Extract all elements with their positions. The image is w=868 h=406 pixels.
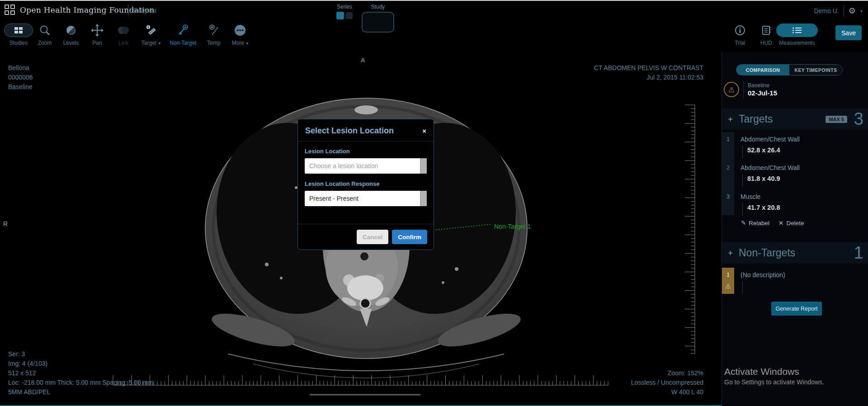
more-dots-icon	[234, 24, 246, 37]
gear-icon[interactable]: ⚙	[849, 7, 856, 15]
study-datetime: Jul 2, 2015 11:02:53	[594, 73, 703, 82]
target-row-3[interactable]: 3 Muscle 41.7 x 20.8	[722, 189, 868, 215]
lesion-response-label: Lesion Location Response	[305, 180, 427, 187]
divider	[743, 80, 744, 99]
navbar-divider	[128, 5, 128, 16]
patient-name: Bellona	[8, 63, 33, 73]
delete-button[interactable]: ✕ Delete	[778, 219, 804, 227]
app-window: Open Health Imaging Foundation Study lis…	[0, 0, 868, 406]
targets-count: 3	[851, 109, 863, 129]
study-label: Study	[362, 4, 394, 10]
activate-windows-watermark: Activate Windows Go to Settings to activ…	[724, 366, 824, 386]
series-thumbnail-active[interactable]	[336, 12, 344, 19]
tool-more[interactable]: More▾	[227, 22, 253, 46]
temp-dotted-icon	[208, 24, 220, 37]
timepoint-tabs: COMPARISON KEY TIMEPOINTS	[736, 64, 843, 76]
warning-icon: ⚠	[722, 283, 734, 290]
select-scrollbar[interactable]	[420, 158, 427, 174]
tool-levels[interactable]: Levels	[58, 22, 84, 46]
patient-id: 0000006	[8, 73, 33, 82]
relabel-button[interactable]: ✎ Relabel	[741, 219, 769, 227]
studies-active-pill	[4, 24, 33, 37]
measurements-active-pill	[776, 24, 818, 37]
study-info-overlay: CT ABDOMEN PELVIS W CONTRAST Jul 2, 2015…	[594, 63, 703, 82]
study-thumbnail[interactable]	[362, 12, 394, 33]
warning-icon: ⚠	[728, 85, 735, 94]
non-target-row-1[interactable]: 1 ⚠ (No description)	[722, 268, 868, 294]
tool-non-target[interactable]: Non-Target	[165, 22, 201, 46]
tab-comparison[interactable]: COMPARISON	[736, 65, 789, 75]
grid-icon	[14, 26, 23, 34]
measurements-sidebar: COMPARISON KEY TIMEPOINTS ⚠ Baseline 02-…	[722, 52, 868, 406]
timepoint-label: Baseline	[8, 82, 33, 92]
list-icon	[792, 27, 802, 34]
orientation-marker-anterior: A	[361, 57, 365, 64]
lesion-location-label: Lesion Location	[305, 148, 427, 155]
series-info-overlay: Ser: 3 Img: 4 (4/103) 512 x 512 Loc: -21…	[8, 349, 153, 397]
tool-temp[interactable]: Temp	[201, 22, 227, 46]
target-row-1[interactable]: 1 Abdomen/Chest Wall 52.8 x 26.4	[722, 132, 868, 161]
tool-link[interactable]: Link	[110, 22, 137, 46]
delete-x-icon: ✕	[778, 219, 783, 227]
tool-measurements[interactable]: Measurements	[779, 22, 815, 46]
tool-target[interactable]: Target▾	[137, 22, 165, 46]
save-button[interactable]: Save	[835, 25, 862, 40]
add-target-button[interactable]: +	[728, 114, 739, 124]
study-thumbnail-group: Study	[362, 4, 394, 33]
lesion-location-placeholder: Choose a lesion location	[309, 162, 378, 170]
display-info-overlay: Zoom: 152% Lossless / Uncompressed W 400…	[631, 368, 703, 397]
select-scrollbar[interactable]	[420, 191, 427, 206]
targets-title: Targets	[739, 113, 773, 125]
confirm-button[interactable]: Confirm	[392, 230, 427, 244]
tool-pan[interactable]: Pan	[84, 22, 110, 46]
window-top-edge	[0, 0, 868, 1]
zoom-level: Zoom: 152%	[631, 368, 703, 378]
tool-trial[interactable]: Trial	[727, 22, 753, 46]
target-actions-row: ✎ Relabel ✕ Delete	[734, 216, 868, 230]
target-ruler-icon	[145, 24, 157, 37]
ohif-logo-icon	[5, 5, 15, 15]
user-name[interactable]: Demo U.	[814, 7, 839, 14]
series-thumbnail-group: Series	[336, 4, 353, 19]
link-icon	[117, 25, 130, 35]
lesion-response-value: Present - Present	[309, 195, 359, 202]
cancel-button[interactable]: Cancel	[357, 230, 388, 244]
non-target-annotation-label[interactable]: Non-Target 1	[494, 223, 531, 230]
toolbar: Studies Zoom Levels Pan	[0, 20, 868, 52]
patient-info-overlay: Bellona 0000006 Baseline	[8, 63, 33, 92]
max-targets-badge: MAX 5	[826, 116, 847, 123]
top-navbar: Open Health Imaging Foundation Study lis…	[0, 1, 868, 20]
lesion-response-select[interactable]: Present - Present	[305, 191, 427, 206]
info-icon	[734, 24, 746, 36]
series-label: Series	[336, 4, 353, 10]
chevron-down-icon[interactable]: ▾	[860, 9, 863, 14]
targets-section-header: + Targets MAX 5 3	[722, 109, 868, 130]
tab-key-timepoints[interactable]: KEY TIMEPOINTS	[789, 65, 842, 75]
pan-arrows-icon	[91, 24, 104, 37]
orientation-marker-right: R	[3, 220, 8, 227]
non-targets-section-header: + Non-Targets 1	[722, 242, 868, 264]
study-list-link[interactable]: Study list	[132, 7, 156, 14]
chevron-down-icon: ▾	[246, 41, 248, 46]
tool-hud[interactable]: HUD	[753, 22, 779, 46]
pencil-icon: ✎	[741, 219, 746, 227]
modal-title: Select Lesion Location	[305, 126, 394, 136]
tool-zoom[interactable]: Zoom	[32, 22, 58, 46]
non-targets-title: Non-Targets	[739, 247, 795, 259]
series-thumbnail-inactive[interactable]	[346, 12, 353, 19]
add-non-target-button[interactable]: +	[728, 248, 739, 258]
tool-studies[interactable]: Studies	[5, 22, 32, 46]
lesion-location-select[interactable]: Choose a lesion location	[305, 158, 427, 174]
non-targets-count: 1	[851, 243, 863, 263]
generate-report-button[interactable]: Generate Report	[771, 302, 822, 316]
chevron-down-icon: ▾	[158, 41, 160, 46]
timepoint-row: ⚠ Baseline 02-Jul-15	[724, 80, 777, 99]
user-divider	[844, 5, 844, 16]
select-lesion-location-modal: Select Lesion Location × Lesion Location…	[297, 119, 434, 250]
non-target-leader-line	[433, 224, 491, 230]
timepoint-name: Baseline	[748, 82, 777, 89]
close-icon[interactable]: ×	[422, 128, 426, 134]
target-row-2[interactable]: 2 Abdomen/Chest Wall 81.8 x 40.9	[722, 161, 868, 189]
magnifier-icon	[39, 24, 51, 36]
hud-panel-icon	[760, 24, 772, 36]
